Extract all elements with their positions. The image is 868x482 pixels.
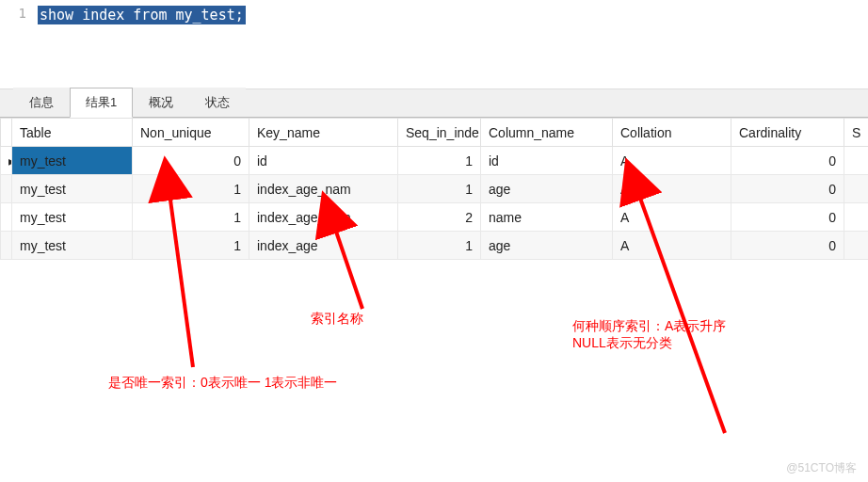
tab-status[interactable]: 状态 xyxy=(189,88,246,117)
tab-result1[interactable]: 结果1 xyxy=(70,88,133,118)
tab-profile[interactable]: 概况 xyxy=(133,88,189,117)
cell-table[interactable]: my_test xyxy=(12,147,133,175)
row-pointer-header xyxy=(1,119,12,147)
table-row[interactable]: my_test 1 index_age_nam 2 name A 0 xyxy=(1,203,869,232)
col-table[interactable]: Table xyxy=(12,119,133,147)
cell-col[interactable]: name xyxy=(481,203,613,232)
cell-card[interactable]: 0 xyxy=(731,203,844,232)
col-column-name[interactable]: Column_name xyxy=(481,119,613,147)
cell-seq[interactable]: 1 xyxy=(398,175,481,203)
cell-table[interactable]: my_test xyxy=(12,232,133,260)
cell-col[interactable]: id xyxy=(481,147,613,175)
col-cardinality[interactable]: Cardinality xyxy=(731,119,844,147)
annotation-non-unique: 是否唯一索引：0表示唯一 1表示非唯一 xyxy=(108,375,337,392)
sql-editor[interactable]: 1 show index from my_test; xyxy=(0,0,868,89)
table-row[interactable]: ▸ my_test 0 id 1 id A 0 xyxy=(1,147,869,175)
cell-non-unique[interactable]: 1 xyxy=(133,232,249,260)
cell-seq[interactable]: 2 xyxy=(398,203,481,232)
cell-collation[interactable]: A xyxy=(613,232,731,260)
table-row[interactable]: my_test 1 index_age 1 age A 0 xyxy=(1,232,869,260)
cell-seq[interactable]: 1 xyxy=(398,232,481,260)
cell-col[interactable]: age xyxy=(481,175,613,203)
col-key-name[interactable]: Key_name xyxy=(249,119,398,147)
cell-table[interactable]: my_test xyxy=(12,175,133,203)
cell-table[interactable]: my_test xyxy=(12,203,133,232)
row-pointer-icon: ▸ xyxy=(1,147,12,175)
cell-sub[interactable] xyxy=(844,147,869,175)
cell-collation[interactable]: A xyxy=(613,147,731,175)
cell-card[interactable]: 0 xyxy=(731,232,844,260)
header-row: Table Non_unique Key_name Seq_in_inde Co… xyxy=(1,119,869,147)
annotation-index-name: 索引名称 xyxy=(311,311,363,328)
cell-non-unique[interactable]: 1 xyxy=(133,175,249,203)
cell-card[interactable]: 0 xyxy=(731,147,844,175)
cell-key-name[interactable]: index_age_nam xyxy=(249,175,398,203)
cell-seq[interactable]: 1 xyxy=(398,147,481,175)
annotation-collation: 何种顺序索引：A表示升序 NULL表示无分类 xyxy=(572,318,726,352)
col-non-unique[interactable]: Non_unique xyxy=(133,119,249,147)
cell-col[interactable]: age xyxy=(481,232,613,260)
sql-statement[interactable]: show index from my_test; xyxy=(38,6,246,24)
cell-collation[interactable]: A xyxy=(613,175,731,203)
cell-key-name[interactable]: index_age_nam xyxy=(249,203,398,232)
tab-info[interactable]: 信息 xyxy=(13,88,70,117)
cell-non-unique[interactable]: 1 xyxy=(133,203,249,232)
line-gutter: 1 xyxy=(0,6,38,21)
watermark: @51CTO博客 xyxy=(786,460,857,476)
cell-key-name[interactable]: id xyxy=(249,147,398,175)
col-collation[interactable]: Collation xyxy=(613,119,731,147)
cell-non-unique[interactable]: 0 xyxy=(133,147,249,175)
table-row[interactable]: my_test 1 index_age_nam 1 age A 0 xyxy=(1,175,869,203)
col-sub-part[interactable]: S xyxy=(844,119,869,147)
cell-key-name[interactable]: index_age xyxy=(249,232,398,260)
col-seq[interactable]: Seq_in_inde xyxy=(398,119,481,147)
cell-collation[interactable]: A xyxy=(613,203,731,232)
result-grid: Table Non_unique Key_name Seq_in_inde Co… xyxy=(0,118,868,260)
cell-card[interactable]: 0 xyxy=(731,175,844,203)
result-tabs: 信息 结果1 概况 状态 xyxy=(0,89,868,118)
